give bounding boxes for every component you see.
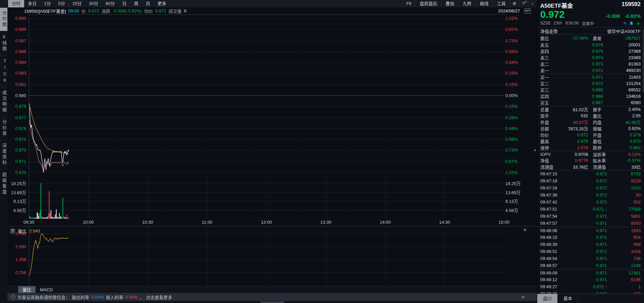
period-tab-月[interactable]: 月 [142, 0, 154, 7]
panel-tab-盘口[interactable]: 盘口 [537, 294, 558, 303]
toolbar-item-工具[interactable]: 工具 [493, 0, 510, 7]
order-book-row[interactable]: 买四0.968134616 [537, 93, 644, 99]
order-book-row[interactable]: 买三0.96969552 [537, 87, 644, 93]
tick-volume: 6753 [607, 171, 641, 176]
alert-bell-icon[interactable] [630, 21, 633, 25]
volume-axis-label: 9.13万 [13, 198, 26, 204]
gridline [29, 52, 504, 52]
toolbar-item-F9[interactable]: F9 [402, 0, 415, 7]
sidebar-item-超级复盘[interactable]: 超级复盘 [0, 169, 7, 199]
tick-row: 09:47:240.9721410 [537, 184, 644, 191]
period-tab-1分[interactable]: 1分 [40, 0, 54, 7]
order-book-row[interactable]: 卖二0.97381363 [537, 61, 644, 67]
panel-scrollbar[interactable] [643, 30, 644, 92]
percent-axis-label: 0.58% [505, 137, 518, 142]
order-volume: 6590 [603, 100, 641, 105]
order-volume: 81363 [603, 61, 641, 67]
toolbar-item-叠加[interactable]: 叠加 [441, 0, 458, 7]
help-icon[interactable]: ? [519, 0, 528, 7]
period-tab-15分[interactable]: 15分 [69, 0, 85, 7]
sidebar-item-分时图[interactable]: 分时图 [0, 8, 7, 31]
wp-window-icon[interactable]: WP [524, 8, 531, 13]
indicator-tab-量比[interactable]: 量比 [18, 286, 36, 293]
period-tab-5分[interactable]: 5分 [54, 0, 68, 7]
order-book-row[interactable]: 卖一0.972469230 [537, 67, 644, 74]
sidebar-item-深度资料[interactable]: 深度资料 [0, 140, 7, 169]
price-axis-label: 0.987 [15, 38, 26, 43]
order-volume: 20001 [603, 42, 641, 47]
order-book-row[interactable]: 买五0.9676590 [537, 99, 644, 106]
price-plot[interactable] [29, 14, 504, 176]
stat-row: 流通盘33.76亿流通值33亿 [537, 164, 644, 170]
price-change: -0.008 [606, 13, 620, 19]
liangbi-axis-label: 1.399 [15, 257, 26, 262]
order-book-row[interactable]: 买一0.97111403 [537, 74, 644, 80]
add-watchlist-icon[interactable]: ＋ [636, 20, 641, 27]
tick-row: 09:47:540.9715861 [537, 213, 644, 220]
sidebar-item-K线图[interactable]: K线图 [0, 31, 7, 55]
panel-tab-基本[interactable]: 基本 [558, 294, 578, 303]
period-tab-日[interactable]: 日 [119, 0, 130, 7]
order-book-row[interactable]: 卖三0.97423369 [537, 54, 644, 61]
nav-trend-row[interactable]: 净值走势 银华中证A50ETF [537, 27, 644, 35]
settings-gear-icon[interactable]: ⚙ [510, 0, 519, 7]
view-more-link[interactable]: 点击查看更多 [146, 294, 172, 300]
stat-row: 总量81.02万换手2.40% [537, 106, 644, 113]
tick-time: 09:49:09 [540, 270, 564, 275]
percent-axis-label: 0.29% [505, 115, 518, 120]
stat-label: 涨停 [540, 144, 549, 151]
edit-pencil-icon[interactable]: ✎ [623, 21, 627, 26]
indicator-tab-MACD[interactable]: MACD [36, 286, 57, 293]
volume-plot[interactable] [29, 176, 504, 219]
stat-value: 0.9708 [551, 152, 588, 157]
quote-time: 09:50 [68, 8, 79, 13]
sidebar-item-分价表[interactable]: 分价表 [0, 117, 7, 140]
scrollbar-handle[interactable] [261, 302, 284, 303]
order-book-row[interactable]: 卖四0.97527369 [537, 48, 644, 54]
close-subchart-icon[interactable]: ✕ [523, 227, 527, 232]
order-book-row[interactable]: 卖五0.97620001 [537, 42, 644, 48]
tick-row: 09:48:150.971904 [537, 234, 644, 241]
toolbar-item-画线[interactable]: 画线 [475, 0, 493, 7]
period-tab-分时[interactable]: 分时 [8, 0, 24, 7]
price-value: 0.972 [88, 8, 99, 13]
stat-value: -0.57% [606, 158, 641, 163]
order-volume: 134616 [603, 94, 641, 99]
period-tab-多日[interactable]: 多日 [24, 0, 40, 7]
tick-price: 0.972 [564, 171, 607, 176]
percent-axis-label: 0.00% [505, 93, 518, 98]
tick-price: 0.971↓ [564, 207, 607, 212]
sidebar-item-成交明细[interactable]: 成交明细 [0, 87, 7, 117]
volume-value: 0 [184, 8, 186, 13]
order-level-label: 买一 [540, 74, 549, 80]
stat-value: 0.972 [549, 132, 588, 137]
gridline [29, 150, 504, 150]
tick-time: 09:49:30 [540, 291, 564, 294]
period-tab-周[interactable]: 周 [130, 0, 142, 7]
liangbi-plot[interactable] [29, 226, 504, 286]
tick-time: 09:47:15 [540, 171, 564, 176]
stat-value: 0.979 [602, 132, 641, 137]
tick-price: 0.972 [564, 291, 607, 294]
period-tab-60分[interactable]: 60分 [102, 0, 118, 7]
period-tab-更多[interactable]: 更多 [154, 0, 170, 7]
toolbar-item-盘前盘后[interactable]: 盘前盘后 [415, 0, 441, 7]
close-notice-icon[interactable]: ✕ [521, 295, 525, 300]
expand-panel-button[interactable]: » [534, 147, 536, 153]
indicator-help-icon[interactable]: ? [10, 228, 15, 234]
gridline [29, 139, 504, 139]
toolbar-item-九转[interactable]: 九转 [458, 0, 475, 7]
sidebar-item-TICK[interactable]: TICK [0, 55, 7, 87]
gridline [207, 226, 208, 286]
stat-row: 净值0.9776贴水率-0.57% [537, 157, 644, 164]
period-tab-30分[interactable]: 30分 [85, 0, 102, 7]
tick-row: 09:47:510.971↓77569 [537, 206, 644, 213]
liangbi-axis: 2.7822.0901.3990.708 [7, 226, 28, 286]
tick-volume: 9239 [607, 178, 641, 183]
order-book-row[interactable]: 买二0.970131254 [537, 80, 644, 87]
symbol-label: 159592[A50ETF基金] [24, 8, 66, 14]
order-level-label: 买三 [540, 87, 549, 93]
stat-label: 开盘 [593, 132, 602, 138]
order-level-label: 买四 [540, 93, 549, 99]
toolbar-more-icon[interactable]: › [528, 0, 537, 7]
